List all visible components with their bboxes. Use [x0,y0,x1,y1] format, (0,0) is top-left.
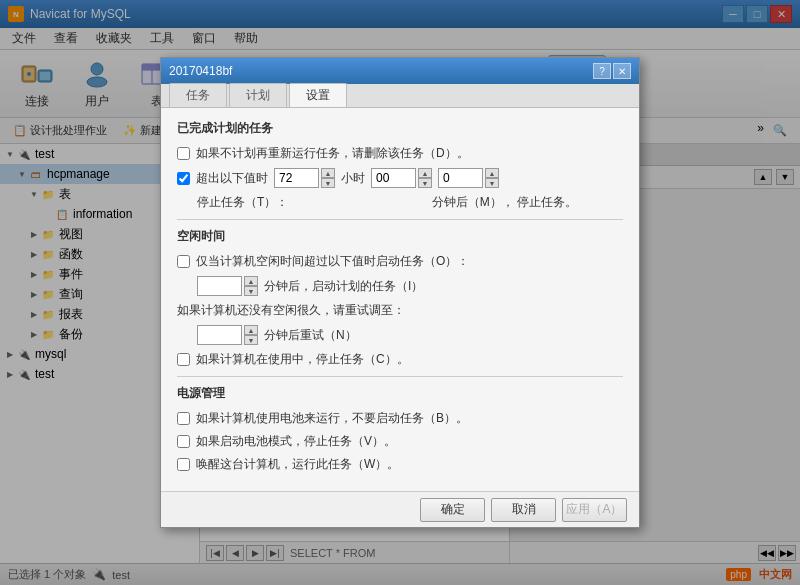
timeout-secs-input[interactable] [438,168,483,188]
completed-tasks-section-title: 已完成计划的任务 [177,120,623,137]
modal-title-text: 20170418bf [169,64,232,78]
stop-on-battery-label: 如果启动电池模式，停止任务（V）。 [196,433,396,450]
modal-title-bar: 20170418bf ? ✕ [161,58,639,84]
wake-up-row: 唤醒这台计算机，运行此任务（W）。 [177,456,623,473]
confirm-button[interactable]: 确定 [420,498,485,522]
cancel-button[interactable]: 取消 [491,498,556,522]
idle-mins-down[interactable]: ▼ [244,286,258,296]
timeout-checkbox[interactable] [177,172,190,185]
stop-if-active-row: 如果计算机在使用中，停止任务（C）。 [177,351,623,368]
no-idle-mins-up[interactable]: ▲ [244,325,258,335]
modal-tabs: 任务 计划 设置 [161,84,639,108]
stop-if-active-label: 如果计算机在使用中，停止任务（C）。 [196,351,409,368]
no-battery-label: 如果计算机使用电池来运行，不要启动任务（B）。 [196,410,468,427]
timeout-mins-group: ▲ ▼ [371,168,432,188]
timeout-secs-spinbtns: ▲ ▼ [485,168,499,188]
idle-start-row: 仅当计算机空闲时间超过以下值时启动任务（O）： [177,253,623,270]
no-battery-row: 如果计算机使用电池来运行，不要启动任务（B）。 [177,410,623,427]
delete-if-no-rerun-label: 如果不计划再重新运行任务，请删除该任务（D）。 [196,145,469,162]
modal-close-btn[interactable]: ✕ [613,63,631,79]
no-idle-mins-spinbtns: ▲ ▼ [244,325,258,345]
timeout-hours-input[interactable] [274,168,319,188]
wake-up-checkbox[interactable] [177,458,190,471]
timeout-hours-group: ▲ ▼ [274,168,335,188]
modal-tab-schedule[interactable]: 计划 [229,83,287,107]
no-battery-checkbox[interactable] [177,412,190,425]
hours-label: 小时 [341,170,365,187]
divider-1 [177,219,623,220]
no-idle-label-row: 如果计算机还没有空闲很久，请重试调至： [177,302,623,319]
modal-dialog: 20170418bf ? ✕ 任务 计划 设置 已完成计划的任务 [160,57,640,528]
idle-mins-group: ▲ ▼ [197,276,258,296]
timeout-secs-up[interactable]: ▲ [485,168,499,178]
timeout-mins-up[interactable]: ▲ [418,168,432,178]
no-idle-minutes-label: 分钟后重试（N） [264,327,357,344]
timeout-hours-down[interactable]: ▼ [321,178,335,188]
modal-body: 已完成计划的任务 如果不计划再重新运行任务，请删除该任务（D）。 超出以下值时 [161,108,639,491]
apply-button[interactable]: 应用（A） [562,498,627,522]
idle-minutes-row: ▲ ▼ 分钟后，启动计划的任务（I） [197,276,623,296]
no-idle-mins-group: ▲ ▼ [197,325,258,345]
stop-on-battery-row: 如果启动电池模式，停止任务（V）。 [177,433,623,450]
divider-2 [177,376,623,377]
modal-footer: 确定 取消 应用（A） [161,491,639,527]
timeout-secs-down[interactable]: ▼ [485,178,499,188]
idle-minutes-label: 分钟后，启动计划的任务（I） [264,278,423,295]
stop-on-battery-checkbox[interactable] [177,435,190,448]
modal-tab-tasks[interactable]: 任务 [169,83,227,107]
no-idle-minutes-row: ▲ ▼ 分钟后重试（N） [197,325,623,345]
idle-start-label: 仅当计算机空闲时间超过以下值时启动任务（O）： [196,253,469,270]
timeout-mins-down[interactable]: ▼ [418,178,432,188]
modal-overlay: 20170418bf ? ✕ 任务 计划 设置 已完成计划的任务 [0,0,800,585]
modal-tab-settings[interactable]: 设置 [289,83,347,107]
stop-if-active-checkbox[interactable] [177,353,190,366]
idle-mins-spinbtns: ▲ ▼ [244,276,258,296]
idle-start-checkbox[interactable] [177,255,190,268]
delete-if-no-rerun-checkbox[interactable] [177,147,190,160]
wake-up-label: 唤醒这台计算机，运行此任务（W）。 [196,456,399,473]
idle-mins-up[interactable]: ▲ [244,276,258,286]
delete-if-no-rerun-row: 如果不计划再重新运行任务，请删除该任务（D）。 [177,145,623,162]
timeout-mins-spinbtns: ▲ ▼ [418,168,432,188]
timeout-row: 超出以下值时 ▲ ▼ 小时 ▲ ▼ [177,168,623,188]
modal-help-btn[interactable]: ? [593,63,611,79]
timeout-mins-input[interactable] [371,168,416,188]
modal-title-controls[interactable]: ? ✕ [593,63,631,79]
no-idle-mins-down[interactable]: ▼ [244,335,258,345]
idle-time-section-title: 空闲时间 [177,228,623,245]
timeout-secs-group: ▲ ▼ [438,168,499,188]
timeout-label1: 超出以下值时 [196,170,268,187]
timeout-row2: 停止任务（T）： 分钟后（M）， 停止任务。 [197,194,623,211]
no-idle-mins-input[interactable] [197,325,242,345]
idle-mins-input[interactable] [197,276,242,296]
timeout-hours-up[interactable]: ▲ [321,168,335,178]
timeout-hours-spinbtns: ▲ ▼ [321,168,335,188]
power-mgmt-title: 电源管理 [177,385,623,402]
